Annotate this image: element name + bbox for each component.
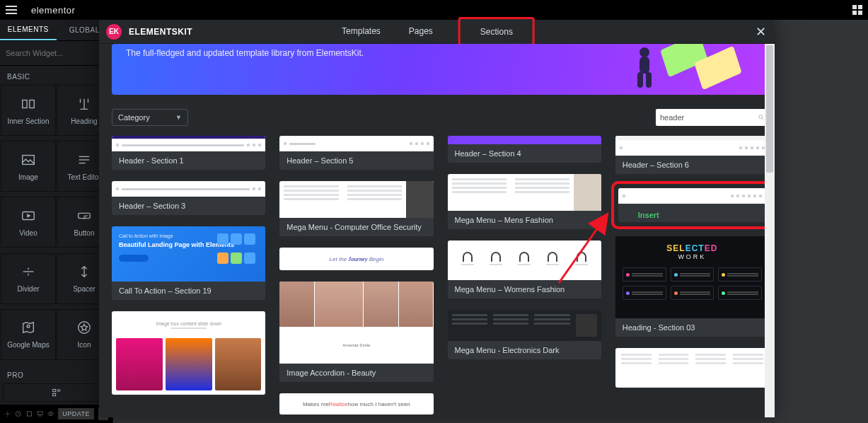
svg-rect-25 [646,72,652,88]
widget-inner-section[interactable]: Inner Section [1,85,56,136]
card-megamenu-electronics-dark[interactable]: Mega Menu - Electronics Dark [448,310,601,359]
svg-point-10 [27,325,30,328]
modal-body: The full-fledged and updated template li… [99,44,775,417]
svg-point-21 [50,413,51,415]
card-journey[interactable]: Let the Journey Begin [279,248,433,270]
sidebar-search [0,41,112,66]
scrollbar-thumb[interactable] [766,45,773,173]
map-icon [21,320,36,335]
card-megamenu-computer[interactable]: Mega Menu - Computer Office Security [279,181,433,236]
history-icon[interactable] [15,410,21,418]
tab-pages[interactable]: Pages [406,20,436,43]
col-3: Header – Section 4 Mega Menu – Mens Fash… [448,136,601,359]
svg-line-27 [762,118,763,120]
svg-rect-13 [52,393,55,395]
insert-button[interactable]: Insert [618,204,766,222]
card-hovered-insert[interactable]: Insert [618,188,766,222]
hero-text: The full-fledged and updated template li… [126,44,364,58]
search-input[interactable] [6,45,107,61]
svg-rect-24 [637,72,643,88]
highlighted-insert-card: Insert [611,181,769,229]
card-realize[interactable]: Makes me Realize how much I haven't seen [279,393,433,415]
card-header-4[interactable]: Header – Section 4 [448,136,601,163]
text-icon [76,152,92,168]
elementor-sidebar: ELEMENTS GLOBAL BASIC Inner Section Head… [0,20,113,423]
card-megamenu-womens[interactable]: Mega Menu – Womens Fashion [448,241,601,299]
settings-icon[interactable] [4,410,11,418]
posts-icon [51,387,62,398]
heading-icon [76,96,92,112]
tab-elements[interactable]: ELEMENTS [0,20,57,40]
svg-point-26 [759,115,763,119]
tab-templates[interactable]: Templates [339,20,383,43]
close-icon[interactable]: ✕ [756,24,766,40]
responsive-icon[interactable] [37,410,43,418]
cards-area: Header - Section 1 Header – Section 3 Ca… [112,136,769,415]
template-search-input[interactable] [660,113,758,122]
download-icon [625,211,634,219]
card-header-5[interactable]: Header – Section 5 [279,136,433,170]
card-heading-03[interactable]: SELECTED WORK Heading - Secti [615,236,769,337]
tab-sections[interactable]: Sections [458,17,535,46]
apps-icon[interactable] [852,5,862,15]
card-slide-down[interactable]: Image box content slide down [112,311,265,395]
card-accordion-beauty[interactable]: Amanda Smile Image Accordion - Beauty [279,282,433,382]
svg-rect-18 [27,412,31,416]
video-icon [21,208,36,224]
star-icon [76,320,92,335]
card-cta-19[interactable]: Call to Action with Image Beautiful Land… [112,226,265,300]
divider-icon [21,264,36,279]
search-icon[interactable] [758,112,765,122]
col-2: Header – Section 5 Mega Menu - Computer … [279,136,433,415]
person-icon [630,44,666,93]
col-1: Header - Section 1 Header – Section 3 Ca… [112,136,265,395]
update-button[interactable]: UPDATE [58,408,94,419]
svg-rect-23 [640,57,649,74]
category-select[interactable]: Category ▼ [112,109,188,126]
svg-rect-12 [52,389,55,391]
svg-point-22 [640,47,649,57]
elementor-topbar: elementor [0,0,868,20]
svg-rect-2 [23,155,35,164]
modal-scrollbar[interactable] [765,44,775,417]
hero-banner: The full-fledged and updated template li… [112,44,769,95]
brand-label: elementor [31,5,75,16]
modal-scroll[interactable]: The full-fledged and updated template li… [112,44,769,417]
widget-video[interactable]: Video [1,197,56,248]
filter-row: Category ▼ [112,109,769,126]
columns-icon [21,96,36,112]
col-4: Header – Section 6 Insert [615,136,769,388]
modal-header: EK ELEMENTSKIT Templates Pages Sections … [99,20,775,44]
button-icon [76,208,92,224]
menu-icon[interactable] [6,6,17,14]
bottom-bar: UPDATE ▴ [0,405,112,423]
elementskit-modal: EK ELEMENTSKIT Templates Pages Sections … [99,20,775,417]
basic-label: BASIC [0,66,112,85]
card-header-1[interactable]: Header - Section 1 [112,136,265,170]
image-icon [21,152,36,168]
svg-point-16 [6,413,8,415]
svg-rect-19 [37,412,42,415]
card-header-3[interactable]: Header – Section 3 [112,181,265,215]
chevron-down-icon: ▼ [175,114,182,121]
card-megamenu-mens[interactable]: Mega Menu – Mens Fashion [448,174,601,229]
widget-image[interactable]: Image [1,141,56,192]
elementskit-logo: EK [106,24,122,40]
widget-pro-placeholder[interactable] [3,383,110,402]
preview-icon[interactable] [47,410,54,418]
svg-rect-0 [23,100,27,108]
search-wrap [656,109,769,126]
sidebar-tabs: ELEMENTS GLOBAL [0,20,112,41]
widget-divider[interactable]: Divider [1,253,56,304]
hero-art [627,44,748,95]
card-header-6[interactable]: Header – Section 6 [615,136,769,174]
widget-google-maps[interactable]: Google Maps [1,309,56,360]
card-lightgrid[interactable] [615,348,769,388]
spacer-icon [76,264,92,279]
svg-rect-1 [30,100,34,108]
navigator-icon[interactable] [26,410,33,418]
modal-tabs: Templates Pages Sections [339,20,535,43]
pro-label: PRO [0,364,112,383]
widgets-grid: Inner Section Heading Image Text Editor … [0,85,112,364]
svg-marker-7 [27,214,31,218]
